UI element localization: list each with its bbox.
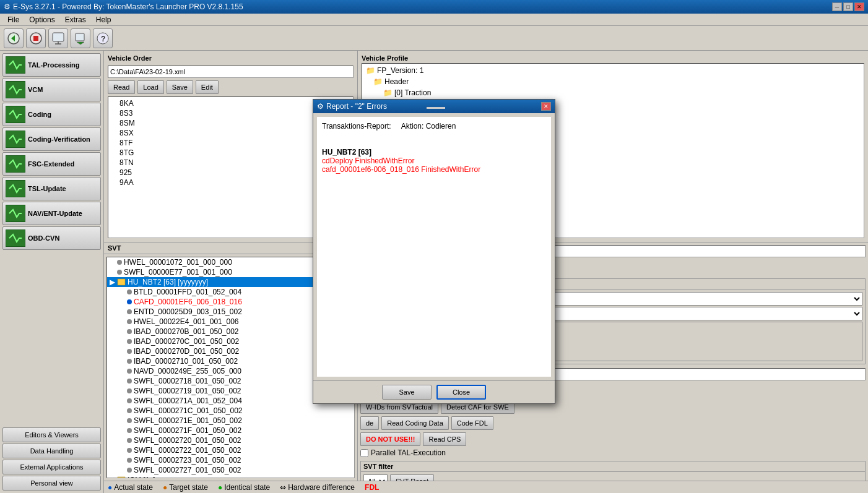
modal-report-header: Transaktions-Report: Aktion: Codieren xyxy=(322,122,546,131)
modal-header-label: Transaktions-Report: xyxy=(322,122,391,131)
report-dialog: ⚙ Report - "2" Errors ▬▬▬ ✕ Transaktions… xyxy=(313,99,555,404)
modal-title-bar: ⚙ Report - "2" Errors ▬▬▬ ✕ xyxy=(313,100,555,113)
modal-content: Transaktions-Report: Aktion: Codieren HU… xyxy=(317,117,551,377)
modal-error-1: cdDeploy FinishedWithError xyxy=(322,156,546,165)
modal-overlay: ⚙ Report - "2" Errors ▬▬▬ ✕ Transaktions… xyxy=(0,0,868,493)
modal-close-btn[interactable]: ✕ xyxy=(541,102,551,111)
modal-title-extra: ▬▬▬ xyxy=(427,103,445,110)
modal-title: Report - "2" Errors xyxy=(326,102,387,111)
modal-app-icon: ⚙ xyxy=(317,102,324,111)
modal-btn-bar: Save Close xyxy=(313,380,555,403)
modal-title-left: ⚙ Report - "2" Errors ▬▬▬ xyxy=(317,102,445,111)
modal-save-button[interactable]: Save xyxy=(382,385,432,400)
modal-item-name: HU_NBT2 [63] xyxy=(322,148,546,156)
modal-error-2: cafd_00001ef6-006_018_016 FinishedWithEr… xyxy=(322,165,546,174)
modal-close-button[interactable]: Close xyxy=(436,385,486,400)
modal-header-action: Aktion: Codieren xyxy=(401,122,456,131)
